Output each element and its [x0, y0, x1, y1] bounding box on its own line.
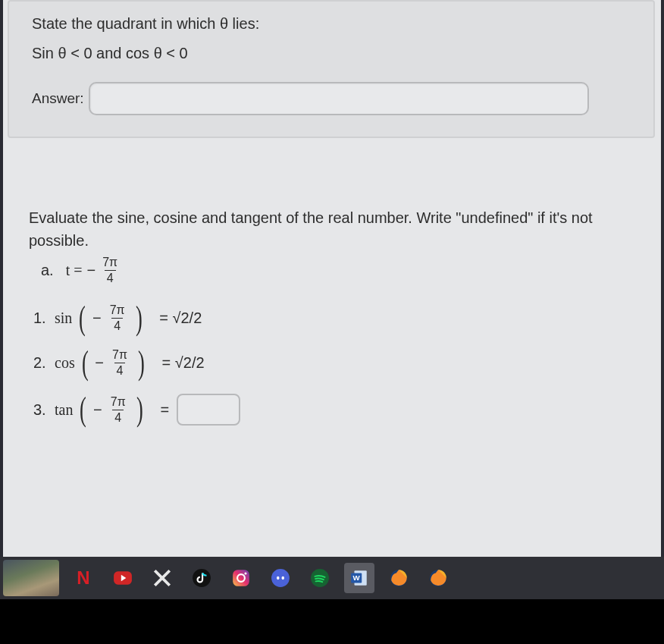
result-value: = √2/2 [159, 309, 202, 327]
tiktok-icon[interactable] [186, 563, 217, 593]
part-label: a. [41, 262, 54, 279]
right-paren: ) [136, 401, 143, 418]
fraction-7pi-4: 7π 4 [108, 304, 127, 332]
black-border-bottom [0, 599, 664, 644]
right-paren: ) [138, 355, 145, 372]
minus-sign: − [93, 401, 102, 419]
function-name: cos [55, 354, 75, 372]
minus-sign: − [92, 309, 102, 327]
tan-answer-input[interactable] [177, 394, 240, 426]
equation-row-sin: 1. sin ( − 7π 4 ) = √2/2 [33, 304, 635, 332]
question-2: Evaluate the sine, cosine and tangent of… [3, 138, 661, 426]
word-icon[interactable]: W [344, 563, 374, 593]
row-index: 2. [33, 354, 50, 372]
youtube-icon[interactable] [108, 563, 138, 593]
function-name: sin [55, 309, 72, 327]
row-index: 1. [33, 309, 50, 327]
left-paren: ( [80, 401, 86, 418]
svg-text:W: W [353, 573, 361, 582]
firefox-dev-icon[interactable] [423, 563, 453, 593]
t-equals: t = [66, 262, 83, 279]
page-content: State the quadrant in which θ lies: Sin … [3, 0, 661, 557]
fraction-7pi-4: 7π 4 [108, 396, 128, 424]
left-paren: ( [82, 355, 89, 372]
question-1: State the quadrant in which θ lies: Sin … [8, 0, 655, 138]
function-name: tan [55, 401, 73, 419]
minus-sign: − [87, 262, 96, 279]
answer-label: Answer: [32, 90, 84, 107]
svg-point-8 [282, 576, 284, 580]
answer-input[interactable] [89, 82, 589, 115]
equation-row-tan: 3. tan ( − 7π 4 ) = [33, 394, 635, 426]
fraction-7pi-4: 7π 4 [100, 256, 120, 284]
equation-row-cos: 2. cos ( − 7π 4 ) = √2/2 [33, 349, 635, 377]
firefox-icon[interactable] [384, 563, 414, 593]
equals-sign: = [160, 401, 169, 419]
desktop-thumbnail-icon[interactable] [3, 560, 59, 596]
row-index: 3. [33, 401, 50, 419]
x-twitter-icon[interactable] [147, 563, 177, 593]
svg-point-6 [271, 569, 290, 587]
spotify-icon[interactable] [305, 563, 335, 593]
svg-point-7 [277, 576, 279, 580]
answer-row: Answer: [32, 82, 635, 115]
svg-point-5 [244, 573, 246, 575]
svg-rect-3 [233, 570, 249, 586]
part-a: a. t = − 7π 4 [41, 256, 635, 284]
question2-prompt: Evaluate the sine, cosine and tangent of… [29, 206, 635, 252]
right-paren: ) [136, 310, 143, 327]
left-paren: ( [79, 310, 86, 327]
taskbar: N W [0, 557, 664, 599]
result-value: = √2/2 [162, 354, 205, 372]
instagram-icon[interactable] [226, 563, 256, 593]
fraction-7pi-4: 7π 4 [110, 349, 130, 377]
netflix-icon[interactable]: N [68, 563, 99, 593]
question1-prompt-line1: State the quadrant in which θ lies: [32, 15, 635, 33]
question1-prompt-line2: Sin θ < 0 and cos θ < 0 [32, 45, 635, 62]
discord-icon[interactable] [265, 563, 296, 593]
minus-sign: − [95, 354, 104, 372]
